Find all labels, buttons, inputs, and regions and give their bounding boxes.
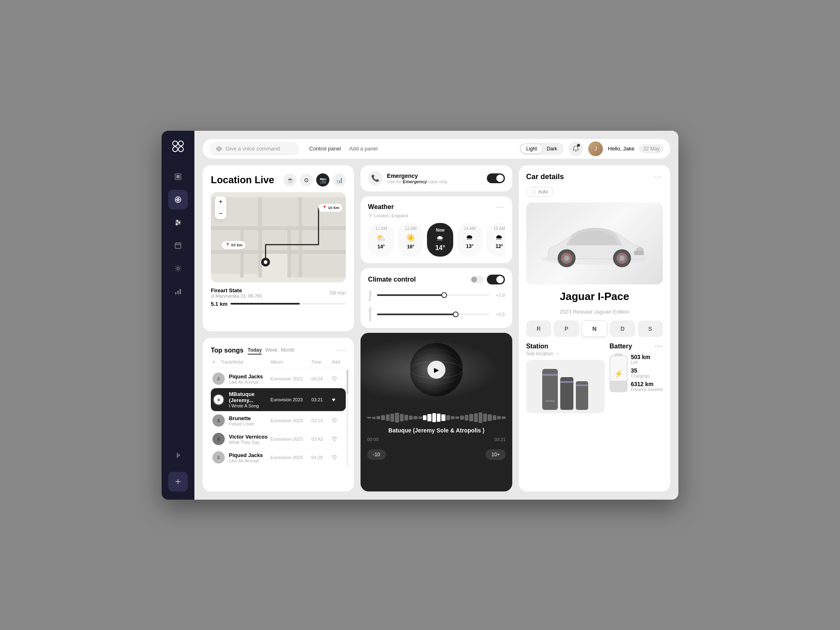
song-row[interactable]: Piqued Jacks Like An Animal Eurovision 2…	[211, 370, 346, 388]
notification-button[interactable]	[568, 141, 583, 156]
tab-month[interactable]: Month	[281, 346, 294, 355]
station-battery-row: Station See location →	[526, 343, 663, 484]
emergency-card: 📞 Emergency Use for Emergency case only	[361, 165, 512, 191]
scroll-indicator	[347, 370, 348, 467]
songs-more-button[interactable]: ···	[337, 346, 346, 355]
sidebar-item-calendar[interactable]	[168, 236, 188, 255]
sidebar-item-layers[interactable]	[168, 167, 188, 186]
song-heart-4[interactable]: ♡	[332, 436, 344, 442]
svg-rect-66	[635, 251, 644, 255]
svg-point-70	[218, 456, 220, 458]
sidebar-item-add[interactable]	[168, 472, 188, 491]
see-location-link[interactable]: See location →	[526, 351, 605, 357]
station-title: Station	[526, 343, 605, 350]
svg-rect-33	[262, 197, 299, 226]
climate-toggle[interactable]	[487, 275, 505, 284]
location-circle-icon[interactable]: ⊙	[300, 173, 313, 186]
player-play-button[interactable]: ▶	[427, 361, 445, 379]
song-heart-1[interactable]: ♡	[332, 375, 344, 382]
location-time: 09 min	[330, 290, 346, 296]
climate-title: Climate control	[368, 276, 415, 283]
map-container[interactable]: 📍 10 km 📍 03 km + −	[211, 192, 346, 282]
emergency-toggle[interactable]	[487, 173, 505, 183]
svg-rect-29	[220, 147, 221, 151]
wave-bar	[493, 415, 496, 420]
zoom-out-button[interactable]: −	[215, 208, 226, 219]
location-camera-icon[interactable]: 📷	[316, 173, 329, 186]
wave-bar	[437, 414, 441, 422]
battery-more-button[interactable]: ···	[655, 343, 663, 350]
gear-S[interactable]: S	[638, 321, 663, 337]
sidebar-item-sliders[interactable]	[168, 213, 188, 232]
wave-bar	[465, 415, 468, 421]
theme-dark-btn[interactable]: Dark	[542, 144, 562, 153]
car-card-title: Car details	[526, 173, 564, 181]
emergency-icon: 📞	[368, 171, 383, 186]
sidebar-item-analytics[interactable]	[168, 282, 188, 301]
power-slider-row: Power +2.0	[368, 290, 504, 301]
power-slider[interactable]	[377, 294, 489, 296]
humidity-slider[interactable]	[377, 314, 489, 315]
app-logo	[171, 139, 185, 155]
voice-input[interactable]: Give a voice command	[209, 142, 299, 155]
location-coffee-icon[interactable]: ☕	[283, 173, 297, 186]
player-back-button[interactable]: -10	[367, 449, 386, 460]
battery-fill	[610, 381, 627, 391]
song-row-playing[interactable]: ⏸ MBatuque (Jeremy... I Wrote A Song Eur…	[211, 388, 346, 412]
wave-bar	[479, 412, 482, 423]
songs-list: Piqued Jacks Like An Animal Eurovision 2…	[211, 370, 346, 467]
svg-rect-42	[211, 250, 346, 254]
song-row[interactable]: Victor Vernicos What They Say Eurovision…	[211, 430, 346, 448]
humidity-slider-row: Humidity +2.5	[368, 307, 504, 321]
song-avatar-playing: ⏸	[212, 393, 225, 406]
sidebar-item-map[interactable]	[168, 190, 188, 209]
location-chart-icon[interactable]: 📊	[333, 173, 346, 186]
col-add: Add	[332, 359, 344, 364]
tab-week[interactable]: Week	[265, 346, 277, 355]
svg-rect-23	[180, 289, 181, 294]
battery-visual: ⚡	[609, 355, 628, 392]
gear-P[interactable]: P	[554, 321, 579, 337]
tab-today[interactable]: Today	[248, 346, 262, 355]
battery-stat-0: 503 km Left	[631, 354, 662, 365]
location-pin-icon	[368, 214, 372, 218]
player-info: Batuque (Jeremy Sole & Atropolis ) 00:00…	[361, 423, 512, 446]
zoom-in-button[interactable]: +	[215, 196, 226, 208]
svg-point-15	[176, 223, 178, 225]
player-forward-button[interactable]: 10+	[486, 449, 505, 460]
weather-now: Now 🌧 14°	[427, 223, 453, 257]
climate-toggle-off[interactable]	[470, 276, 484, 283]
main-content: Give a voice command Control panel Add a…	[194, 131, 678, 500]
theme-light-btn[interactable]: Light	[521, 144, 542, 153]
song-heart-2[interactable]: ♥	[332, 396, 344, 403]
weather-more[interactable]: ···	[496, 203, 505, 212]
player-thumbnail: ▶	[361, 333, 512, 407]
song-heart-3[interactable]: ♡	[332, 417, 344, 424]
location-name: Fireart State	[211, 287, 262, 293]
humidity-label: Humidity	[368, 307, 373, 321]
location-icons: ☕ ⊙ 📷 📊	[283, 173, 346, 186]
song-row[interactable]: Piqued Jacks Like An Animal Eurovision 2…	[211, 448, 346, 467]
weather-14am: 14 AM 🌧 13°	[457, 223, 483, 257]
svg-text:📍 03 km: 📍 03 km	[225, 242, 243, 248]
car-image	[526, 202, 663, 284]
car-more-button[interactable]: ···	[654, 173, 663, 181]
svg-rect-44	[288, 226, 291, 277]
song-info: Victor Vernicos What They Say	[229, 434, 270, 445]
nav-control-panel[interactable]: Control panel	[309, 146, 341, 152]
wave-bar	[427, 414, 431, 421]
gear-R[interactable]: R	[526, 321, 551, 337]
song-row[interactable]: Brunette Future Lover Eurovision 2023 03…	[211, 412, 346, 430]
sidebar-item-settings[interactable]	[168, 259, 188, 278]
map-zoom-controls: + −	[215, 196, 226, 219]
song-heart-5[interactable]: ♡	[332, 454, 344, 461]
wave-bar	[446, 415, 450, 420]
weather-location: London, England	[368, 213, 504, 218]
songs-table-header: # Track/Artist Album Time Add	[211, 359, 346, 368]
player-times: 00:00 03:21	[367, 437, 505, 442]
nav-add-panel[interactable]: Add a panel	[349, 146, 377, 152]
wave-bar	[409, 416, 413, 420]
gear-N[interactable]: N	[582, 321, 607, 337]
gear-D[interactable]: D	[610, 321, 635, 337]
sidebar-item-bluetooth[interactable]	[168, 446, 188, 465]
